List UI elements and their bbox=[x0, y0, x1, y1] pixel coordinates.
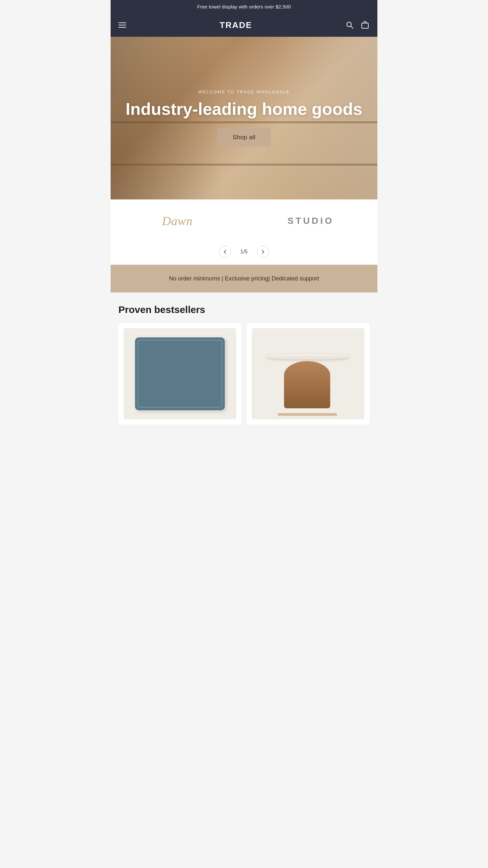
hero-content: WELCOME TO TRADE WHOLESALE Industry-lead… bbox=[111, 37, 377, 199]
carousel-indicator: 1/5 bbox=[240, 249, 248, 255]
search-icon bbox=[345, 21, 354, 29]
carousel-prev-button[interactable] bbox=[219, 246, 231, 258]
shop-all-button[interactable]: Shop all bbox=[217, 128, 271, 147]
cart-icon bbox=[361, 21, 370, 30]
svg-line-1 bbox=[351, 26, 353, 29]
bestsellers-title: Proven bestsellers bbox=[118, 304, 370, 315]
announcement-bar: Free towel display with orders over $2,5… bbox=[111, 0, 377, 13]
brand-studio[interactable]: STUDIO bbox=[244, 212, 377, 230]
products-grid bbox=[118, 323, 370, 425]
svg-rect-2 bbox=[362, 23, 368, 28]
carousel-controls: 1/5 bbox=[111, 241, 377, 265]
product-image-table bbox=[252, 328, 364, 420]
chevron-left-icon bbox=[223, 250, 227, 254]
menu-button[interactable] bbox=[118, 23, 126, 28]
features-banner: No order minimums | Exclusive pricing| D… bbox=[111, 265, 377, 292]
product-card-table[interactable] bbox=[247, 323, 370, 425]
product-image-pillow bbox=[124, 328, 236, 420]
carousel-current: 1 bbox=[240, 249, 243, 254]
carousel-total: 5 bbox=[245, 249, 248, 254]
header: TRADE bbox=[111, 13, 377, 37]
hero-title: Industry-leading home goods bbox=[126, 99, 362, 119]
site-logo: TRADE bbox=[220, 20, 252, 30]
brand-dawn-label: Dawn bbox=[162, 214, 192, 228]
bestsellers-section: Proven bestsellers bbox=[111, 292, 377, 432]
search-button[interactable] bbox=[345, 21, 354, 29]
brands-section: Dawn STUDIO bbox=[111, 199, 377, 241]
hero-section: WELCOME TO TRADE WHOLESALE Industry-lead… bbox=[111, 37, 377, 199]
pillow-illustration bbox=[135, 337, 225, 410]
hamburger-icon bbox=[118, 23, 126, 28]
table-top bbox=[266, 354, 350, 360]
hero-subtitle: WELCOME TO TRADE WHOLESALE bbox=[198, 90, 289, 94]
header-icon-group bbox=[345, 21, 370, 30]
chevron-right-icon bbox=[261, 250, 265, 254]
table-foot bbox=[278, 413, 337, 416]
table-illustration bbox=[266, 346, 350, 420]
carousel-next-button[interactable] bbox=[257, 246, 269, 258]
cart-button[interactable] bbox=[361, 21, 370, 30]
product-card-pillow[interactable] bbox=[118, 323, 241, 425]
brand-dawn[interactable]: Dawn bbox=[111, 210, 244, 232]
features-text: No order minimums | Exclusive pricing| D… bbox=[118, 274, 370, 283]
announcement-text: Free towel display with orders over $2,5… bbox=[197, 4, 291, 9]
brand-studio-label: STUDIO bbox=[287, 216, 334, 226]
table-base bbox=[284, 361, 331, 409]
